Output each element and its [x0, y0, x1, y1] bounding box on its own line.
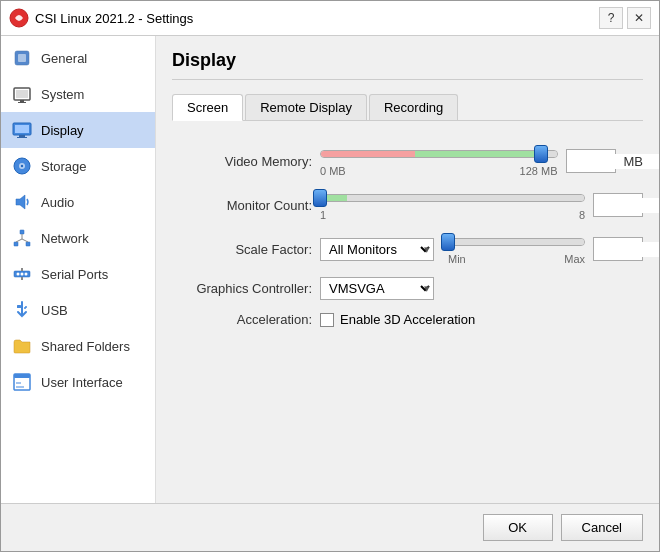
- acceleration-label: Acceleration:: [172, 312, 312, 327]
- monitor-count-slider[interactable]: [320, 189, 585, 207]
- svg-point-13: [21, 165, 23, 167]
- sidebar-label-serial-ports: Serial Ports: [41, 267, 108, 282]
- folder-icon: [11, 335, 33, 357]
- scale-factor-max: Max: [564, 253, 585, 265]
- scale-factor-value[interactable]: [594, 242, 659, 257]
- sidebar-item-network[interactable]: Network: [1, 220, 155, 256]
- scale-factor-spin[interactable]: ▲ ▼: [593, 237, 643, 261]
- sidebar-item-shared-folders[interactable]: Shared Folders: [1, 328, 155, 364]
- svg-rect-27: [17, 305, 21, 308]
- svg-line-19: [16, 239, 22, 242]
- ok-button[interactable]: OK: [483, 514, 553, 541]
- svg-line-20: [22, 239, 28, 242]
- app-icon: [9, 8, 29, 28]
- monitor-count-max: 8: [579, 209, 585, 221]
- monitor-count-thumb[interactable]: [313, 189, 327, 207]
- scale-factor-min: Min: [448, 253, 466, 265]
- svg-rect-33: [16, 386, 24, 388]
- panel-title: Display: [172, 50, 643, 80]
- svg-rect-2: [18, 54, 26, 62]
- gear-icon: [11, 47, 33, 69]
- title-bar: CSI Linux 2021.2 - Settings ? ✕: [1, 1, 659, 36]
- svg-rect-8: [15, 125, 29, 133]
- sidebar-label-system: System: [41, 87, 84, 102]
- sidebar-item-general[interactable]: General: [1, 40, 155, 76]
- close-button[interactable]: ✕: [627, 7, 651, 29]
- usb-icon: [11, 299, 33, 321]
- display-icon: [11, 119, 33, 141]
- video-memory-slider-container: 0 MB 128 MB: [320, 145, 558, 177]
- svg-rect-31: [14, 374, 30, 378]
- sidebar-label-network: Network: [41, 231, 89, 246]
- audio-icon: [11, 191, 33, 213]
- acceleration-checkbox-row: Enable 3D Acceleration: [320, 312, 475, 327]
- monitor-count-slider-bg: [320, 194, 585, 202]
- scale-factor-labels: Min Max: [448, 253, 585, 265]
- sidebar-item-storage[interactable]: Storage: [1, 148, 155, 184]
- acceleration-checkbox-label: Enable 3D Acceleration: [340, 312, 475, 327]
- video-memory-row: Video Memory: 0 MB 128 MB: [172, 145, 643, 177]
- sidebar-item-audio[interactable]: Audio: [1, 184, 155, 220]
- scale-factor-label: Scale Factor:: [172, 242, 312, 257]
- video-memory-thumb[interactable]: [534, 145, 548, 163]
- video-memory-slider[interactable]: [320, 145, 558, 163]
- window-title: CSI Linux 2021.2 - Settings: [35, 11, 593, 26]
- svg-point-22: [17, 273, 20, 276]
- svg-rect-25: [21, 268, 23, 271]
- sidebar-item-usb[interactable]: USB: [1, 292, 155, 328]
- svg-rect-5: [20, 100, 24, 102]
- video-memory-min-label: 0 MB: [320, 165, 346, 177]
- monitor-count-row: Monitor Count: 1 8: [172, 189, 643, 221]
- sidebar-item-display[interactable]: Display: [1, 112, 155, 148]
- monitor-count-slider-container: 1 8: [320, 189, 585, 221]
- svg-point-23: [21, 273, 24, 276]
- scale-factor-select-wrapper[interactable]: All Monitors: [320, 238, 434, 261]
- svg-rect-17: [26, 242, 30, 246]
- cancel-button[interactable]: Cancel: [561, 514, 643, 541]
- svg-rect-6: [18, 102, 26, 103]
- help-button[interactable]: ?: [599, 7, 623, 29]
- video-memory-slider-bg: [320, 150, 558, 158]
- main-panel: Display Screen Remote Display Recording …: [156, 36, 659, 503]
- monitor-count-labels: 1 8: [320, 209, 585, 221]
- video-memory-unit: MB: [624, 154, 644, 169]
- scale-factor-slider-container: Min Max: [448, 233, 585, 265]
- graphics-controller-label: Graphics Controller:: [172, 281, 312, 296]
- footer: OK Cancel: [1, 503, 659, 551]
- sidebar-label-general: General: [41, 51, 87, 66]
- tab-screen[interactable]: Screen: [172, 94, 243, 121]
- tab-bar: Screen Remote Display Recording: [172, 94, 643, 121]
- graphics-controller-select[interactable]: VMSVGA VBoxVGA VBoxSVGA: [320, 277, 434, 300]
- sidebar-label-audio: Audio: [41, 195, 74, 210]
- video-memory-spin[interactable]: ▲ ▼: [566, 149, 616, 173]
- scale-factor-thumb[interactable]: [441, 233, 455, 251]
- monitor-count-spin[interactable]: ▲ ▼: [593, 193, 643, 217]
- settings-window: CSI Linux 2021.2 - Settings ? ✕ General: [0, 0, 660, 552]
- network-icon: [11, 227, 33, 249]
- sidebar-item-serial-ports[interactable]: Serial Ports: [1, 256, 155, 292]
- sidebar-label-storage: Storage: [41, 159, 87, 174]
- svg-point-24: [25, 273, 28, 276]
- svg-rect-26: [21, 277, 23, 280]
- monitor-count-value[interactable]: [594, 198, 659, 213]
- svg-rect-15: [20, 230, 24, 234]
- sidebar-item-user-interface[interactable]: User Interface: [1, 364, 155, 400]
- scale-factor-row: Scale Factor: All Monitors Min: [172, 233, 643, 265]
- graphics-controller-select-wrapper[interactable]: VMSVGA VBoxVGA VBoxSVGA: [320, 277, 434, 300]
- graphics-controller-row: Graphics Controller: VMSVGA VBoxVGA VBox…: [172, 277, 643, 300]
- tab-recording[interactable]: Recording: [369, 94, 458, 120]
- svg-rect-10: [17, 137, 27, 138]
- svg-rect-4: [16, 90, 28, 98]
- scale-factor-slider-bg: [448, 238, 585, 246]
- monitor-count-label: Monitor Count:: [172, 198, 312, 213]
- scale-factor-slider[interactable]: [448, 233, 585, 251]
- enable-3d-checkbox[interactable]: [320, 313, 334, 327]
- video-memory-slider-labels: 0 MB 128 MB: [320, 165, 558, 177]
- svg-rect-16: [14, 242, 18, 246]
- sidebar-label-shared-folders: Shared Folders: [41, 339, 130, 354]
- sidebar-label-user-interface: User Interface: [41, 375, 123, 390]
- tab-remote-display[interactable]: Remote Display: [245, 94, 367, 120]
- video-memory-value[interactable]: [567, 154, 660, 169]
- scale-factor-select[interactable]: All Monitors: [320, 238, 434, 261]
- sidebar-item-system[interactable]: System: [1, 76, 155, 112]
